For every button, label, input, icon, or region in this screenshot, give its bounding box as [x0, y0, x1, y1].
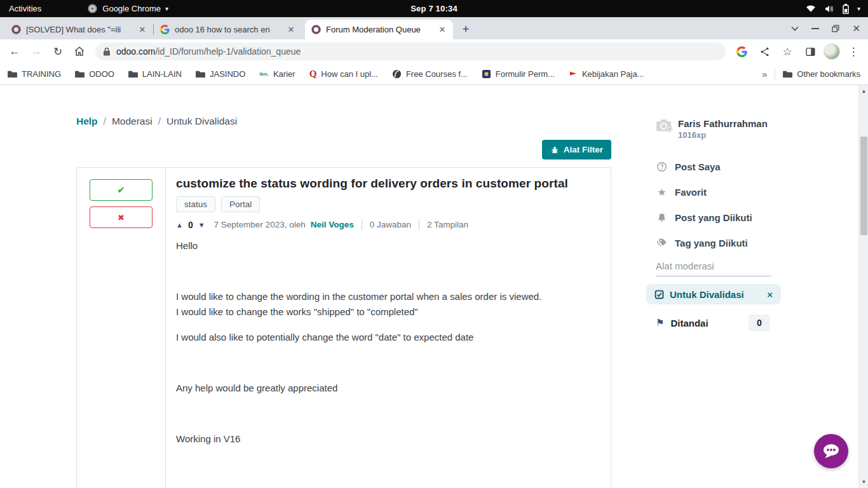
sidebar-item-my-posts[interactable]: Post Saya — [656, 159, 783, 174]
breadcrumb-current: Untuk Divalidasi — [166, 116, 237, 127]
google-favicon-icon — [160, 25, 170, 34]
bookmark-label: Karier — [273, 69, 295, 79]
battery-icon — [843, 4, 849, 14]
body-paragraph: I would like to change the wording in th… — [176, 289, 599, 304]
scroll-up-icon[interactable]: ▲ — [859, 88, 868, 94]
close-icon[interactable]: ✕ — [137, 24, 148, 36]
body-paragraph: Hello — [176, 238, 599, 254]
activities-button[interactable]: Activities — [0, 4, 50, 13]
google-account-icon[interactable] — [732, 42, 751, 61]
breadcrumb-help-link[interactable]: Help — [76, 116, 98, 127]
remove-filter-icon[interactable]: × — [767, 289, 773, 300]
post-meta: ▲ 0 ▼ 7 September 2023, oleh Neil Voges … — [176, 219, 599, 230]
flag-icon: ⚑ — [656, 317, 664, 329]
app-menu[interactable]: Google Chrome ▾ — [87, 3, 168, 14]
post-author-link[interactable]: Neil Voges — [311, 220, 354, 229]
post-tags: status Portal — [176, 196, 599, 212]
body-paragraph: I would also like to potentially change … — [176, 330, 599, 345]
tab-solved-question[interactable]: [SOLVED] What does "=ili ✕ — [5, 20, 153, 39]
tab-forum-moderation[interactable]: Forum Moderation Queue ✕ — [305, 20, 453, 39]
profile-avatar[interactable] — [824, 43, 840, 60]
folder-icon — [128, 70, 138, 78]
to-validate-label: Untuk Divalidasi — [670, 289, 744, 300]
user-xp: 1016xp — [678, 130, 768, 140]
back-icon[interactable]: ← — [5, 42, 24, 61]
scrollbar-thumb[interactable] — [860, 137, 867, 235]
bookmark-label: Formulir Perm... — [496, 69, 555, 79]
reload-icon[interactable]: ↻ — [48, 42, 67, 61]
bookmark-folder-jasindo[interactable]: JASINDO — [196, 69, 245, 79]
bookmark-folder-lain-lain[interactable]: LAIN-LAIN — [128, 69, 182, 79]
divider — [775, 69, 775, 80]
bookmark-free-courses[interactable]: Free Courses f... — [392, 69, 468, 79]
approve-post-button[interactable]: ✔ — [90, 179, 153, 201]
url-text: odoo.com/id_ID/forum/help-1/validation_q… — [116, 46, 301, 57]
bookmark-star-icon[interactable]: ☆ — [778, 42, 797, 61]
new-tab-button[interactable]: + — [457, 20, 475, 38]
tab-search-chevron-icon[interactable] — [791, 26, 799, 31]
home-icon[interactable] — [70, 42, 89, 61]
body-paragraph: I would like to change the works "shippe… — [176, 304, 599, 320]
bug-filter-icon — [550, 146, 559, 154]
livechat-button[interactable] — [814, 434, 848, 468]
share-icon[interactable] — [755, 42, 774, 61]
breadcrumb-moderasi[interactable]: Moderasi — [112, 116, 153, 127]
other-bookmarks-button[interactable]: Other bookmarks — [783, 69, 860, 79]
sidebar-item-favorites[interactable]: ★ Favorit — [656, 184, 783, 200]
bell-icon — [656, 212, 668, 223]
vote-down-icon[interactable]: ▼ — [198, 221, 205, 229]
restore-window-button[interactable] — [832, 25, 839, 32]
breadcrumb-separator: / — [158, 116, 161, 127]
bookmark-folder-odoo[interactable]: ODOO — [75, 69, 114, 79]
bookmark-formulir[interactable]: Formulir Perm... — [482, 69, 555, 79]
moderation-tools-heading: Alat moderasi — [656, 261, 771, 276]
tag-portal[interactable]: Portal — [221, 196, 260, 212]
bookmark-kebijakan[interactable]: Kebijakan Paja... — [569, 69, 644, 79]
sidebar-item-followed-posts[interactable]: Post yang Diikuti — [656, 210, 783, 225]
globe-favicon-icon — [392, 69, 402, 79]
tag-status[interactable]: status — [176, 196, 215, 212]
close-icon[interactable]: ✕ — [437, 24, 448, 36]
filter-tools-button[interactable]: Alat Filter — [542, 140, 611, 159]
bookmarks-bar: TRAINING ODOO LAIN-LAIN JASINDO ikn. Kar… — [0, 64, 868, 85]
reject-post-button[interactable]: ✖ — [90, 207, 153, 228]
body-paragraph: Any help would be greatly appreciated — [176, 381, 599, 396]
vote-up-icon[interactable]: ▲ — [176, 221, 183, 229]
post-title[interactable]: customize the status wording for deliver… — [176, 177, 599, 191]
flagged-count-badge: 0 — [749, 315, 770, 331]
tab-strip: [SOLVED] What does "=ili ✕ odoo 16 how t… — [0, 17, 868, 39]
sidebar-item-to-validate[interactable]: Untuk Divalidasi × — [646, 284, 781, 304]
sidebar-item-flagged[interactable]: ⚑ Ditandai 0 — [656, 315, 770, 331]
breadcrumb-separator: / — [104, 116, 106, 127]
system-top-bar: Activities Google Chrome ▾ Sep 7 10:34 ▾ — [0, 0, 868, 17]
bookmark-label: Kebijakan Paja... — [582, 69, 644, 79]
browser-toolbar: ← → ↻ odoo.com/id_ID/forum/help-1/valida… — [0, 39, 868, 64]
sidebar-item-followed-tags[interactable]: Tag yang Diikuti — [656, 235, 783, 250]
bookmark-label: TRAINING — [22, 69, 61, 79]
bookmark-label: LAIN-LAIN — [142, 69, 182, 79]
wifi-icon — [806, 4, 816, 13]
bookmark-karier[interactable]: ikn. Karier — [259, 69, 295, 79]
clock[interactable]: Sep 7 10:34 — [410, 4, 458, 13]
vote-count: 0 — [188, 220, 193, 230]
side-panel-icon[interactable] — [801, 42, 820, 61]
close-window-button[interactable]: ✕ — [852, 23, 860, 34]
url-bar[interactable]: odoo.com/id_ID/forum/help-1/validation_q… — [95, 43, 726, 60]
vertical-scrollbar[interactable]: ▲ ▼ — [858, 85, 868, 488]
kebab-menu-icon[interactable]: ⋮ — [844, 42, 863, 61]
system-tray[interactable]: ▾ — [806, 4, 868, 14]
post-content: customize the status wording for deliver… — [166, 168, 611, 488]
bookmark-folder-training[interactable]: TRAINING — [8, 69, 61, 79]
scroll-down-icon[interactable]: ▼ — [859, 479, 868, 485]
close-icon[interactable]: ✕ — [285, 24, 297, 36]
moderation-post-card: ✔ ✖ customize the status wording for del… — [76, 167, 611, 488]
forward-icon[interactable]: → — [27, 42, 46, 61]
tab-google-search[interactable]: odoo 16 how to search en ✕ — [154, 20, 302, 39]
bookmark-label: Free Courses f... — [406, 69, 468, 79]
user-profile[interactable]: Faris Fathurrahman 1016xp — [656, 118, 783, 140]
url-domain: odoo.com — [116, 46, 155, 57]
minimize-button[interactable] — [811, 28, 819, 29]
chrome-app-icon — [87, 3, 98, 14]
bookmarks-overflow-button[interactable]: » — [762, 69, 767, 79]
bookmark-quora[interactable]: Q How can I upl... — [309, 69, 378, 79]
